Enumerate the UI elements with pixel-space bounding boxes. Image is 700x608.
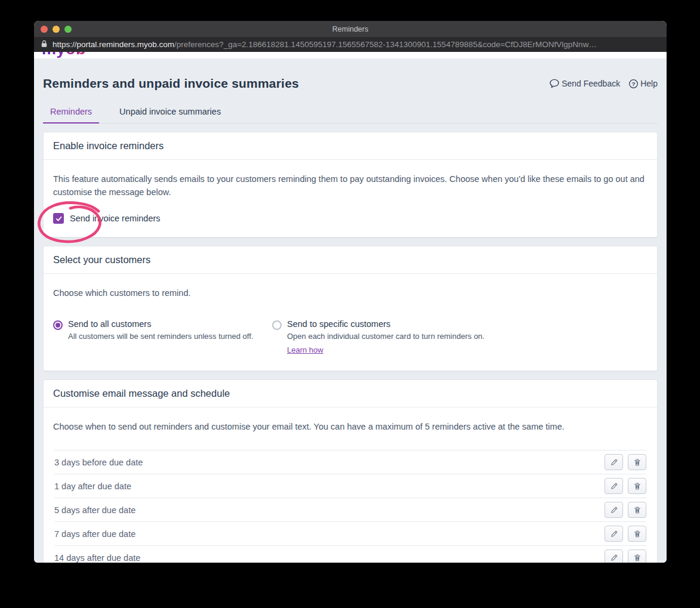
desktop-background: { "window": { "title": "Reminders", "url… — [0, 0, 700, 608]
schedule-card-body: Choose when to send out reminders and cu… — [44, 408, 657, 434]
question-circle-icon: ? — [628, 79, 639, 89]
reminder-schedule-list: 3 days before due date 1 day after due d… — [54, 450, 646, 563]
tab-unpaid-invoice-summaries[interactable]: Unpaid invoice summaries — [112, 107, 228, 123]
send-feedback-label: Send Feedback — [562, 79, 620, 88]
page-title: Reminders and unpaid invoice summaries — [43, 76, 299, 91]
site-logo-strip: myob — [34, 52, 667, 58]
radio-send-to-all-customers[interactable] — [53, 320, 63, 330]
customer-options: Send to all customers All customers will… — [53, 319, 647, 357]
reminder-row-actions — [605, 502, 646, 518]
reminder-row-actions — [605, 454, 646, 470]
edit-reminder-button[interactable] — [605, 478, 623, 494]
radio-send-to-specific-customers[interactable] — [272, 320, 282, 330]
reminder-row-actions — [605, 526, 646, 542]
reminder-row: 14 days after due date — [54, 546, 646, 563]
pencil-icon — [610, 458, 618, 467]
reminder-row: 7 days after due date — [54, 522, 646, 546]
reminder-row-label: 3 days before due date — [54, 458, 143, 467]
delete-reminder-button[interactable] — [628, 502, 646, 518]
page-content: Reminders and unpaid invoice summaries S… — [34, 58, 667, 563]
edit-reminder-button[interactable] — [605, 526, 623, 542]
reminder-row-label: 5 days after due date — [54, 505, 135, 515]
trash-icon — [633, 458, 642, 467]
delete-reminder-button[interactable] — [628, 526, 646, 542]
customers-card-description: Choose which customers to remind. — [53, 287, 647, 300]
zoom-window-button[interactable] — [64, 26, 72, 33]
option-texts: Send to all customers All customers will… — [68, 319, 253, 355]
browser-window: Reminders https://portal.reminders.myob.… — [34, 21, 667, 563]
enable-card-title: Enable invoice reminders — [44, 132, 657, 160]
trash-icon — [633, 506, 642, 514]
url-path: /preferences?_ga=2.186618281.1450595197.… — [174, 40, 597, 49]
reminder-row-actions — [605, 550, 646, 563]
trash-icon — [633, 554, 642, 562]
minimize-window-button[interactable] — [53, 26, 60, 33]
learn-how-link[interactable]: Learn how — [287, 345, 323, 354]
option-send-to-specific-customers[interactable]: Send to specific customers Open each ind… — [272, 319, 485, 355]
pencil-icon — [610, 554, 618, 562]
help-label: Help — [640, 79, 658, 88]
pencil-icon — [610, 506, 618, 514]
edit-reminder-button[interactable] — [605, 502, 623, 518]
lock-icon — [41, 39, 47, 50]
window-titlebar: Reminders — [34, 21, 667, 37]
tab-reminders[interactable]: Reminders — [43, 107, 99, 124]
reminder-row: 5 days after due date — [54, 498, 646, 522]
customers-card-body: Choose which customers to remind. Send t… — [44, 274, 657, 371]
send-feedback-link[interactable]: Send Feedback — [549, 78, 620, 89]
schedule-card-description: Choose when to send out reminders and cu… — [53, 421, 647, 434]
delete-reminder-button[interactable] — [628, 454, 646, 470]
delete-reminder-button[interactable] — [628, 478, 646, 494]
enable-card-body: This feature automatically sends emails … — [44, 160, 657, 237]
url-text[interactable]: https://portal.reminders.myob.com/prefer… — [53, 40, 597, 49]
send-invoice-reminders-checkbox[interactable] — [53, 213, 64, 224]
customise-email-schedule-card: Customise email message and schedule Cho… — [43, 379, 658, 563]
pencil-icon — [610, 482, 618, 490]
option-send-to-all-customers[interactable]: Send to all customers All customers will… — [53, 319, 272, 355]
speech-bubble-icon — [549, 78, 560, 89]
option-all-hint: All customers will be sent reminders unl… — [68, 332, 253, 341]
reminder-row-label: 14 days after due date — [54, 553, 140, 563]
enable-invoice-reminders-card: Enable invoice reminders This feature au… — [43, 132, 658, 237]
help-link[interactable]: ? Help — [628, 79, 658, 89]
option-specific-label: Send to specific customers — [287, 319, 485, 329]
pencil-icon — [610, 530, 618, 538]
reminder-row-label: 1 day after due date — [54, 482, 131, 491]
trash-icon — [633, 482, 642, 490]
page-header: Reminders and unpaid invoice summaries S… — [43, 76, 658, 91]
send-invoice-reminders-label: Send invoice reminders — [70, 214, 161, 223]
delete-reminder-button[interactable] — [628, 550, 646, 563]
url-host: https://portal.reminders.myob.com — [53, 40, 174, 49]
reminder-row-label: 7 days after due date — [54, 529, 135, 539]
schedule-card-title: Customise email message and schedule — [44, 380, 657, 408]
option-all-label: Send to all customers — [68, 319, 253, 329]
reminder-row: 3 days before due date — [54, 450, 646, 474]
option-texts: Send to specific customers Open each ind… — [287, 319, 485, 355]
reminder-row-actions — [605, 478, 646, 494]
tab-bar: Reminders Unpaid invoice summaries — [43, 107, 658, 124]
checkmark-icon — [55, 215, 63, 223]
close-window-button[interactable] — [41, 26, 48, 33]
edit-reminder-button[interactable] — [605, 550, 623, 563]
trash-icon — [633, 530, 642, 538]
myob-logo[interactable]: myob — [42, 52, 86, 58]
customers-card-title: Select your customers — [44, 246, 657, 274]
send-invoice-reminders-row: Send invoice reminders — [53, 213, 647, 224]
option-specific-hint: Open each individual customer card to tu… — [287, 332, 485, 341]
edit-reminder-button[interactable] — [605, 454, 623, 470]
traffic-lights — [41, 26, 72, 33]
select-your-customers-card: Select your customers Choose which custo… — [43, 246, 658, 371]
reminder-row: 1 day after due date — [54, 474, 646, 498]
header-links: Send Feedback ? Help — [549, 78, 658, 89]
svg-text:?: ? — [632, 80, 636, 87]
window-title: Reminders — [332, 25, 368, 33]
enable-card-description: This feature automatically sends emails … — [53, 173, 647, 199]
browser-address-bar[interactable]: https://portal.reminders.myob.com/prefer… — [34, 37, 667, 52]
